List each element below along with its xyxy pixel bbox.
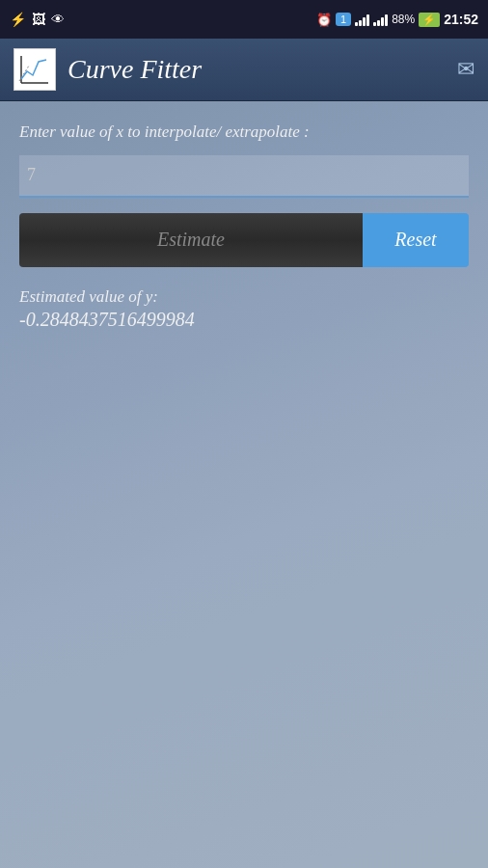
eye-icon: 👁 [51,12,65,27]
result-value: -0.2848437516499984 [19,309,469,331]
email-icon[interactable]: ✉ [457,57,474,82]
status-bar: ⚡ 🖼 👁 ⏰ 1 88% ⚡ 21:52 [0,0,488,39]
app-header: Curve Fitter ✉ [0,39,488,101]
app-header-left: Curve Fitter [14,48,202,91]
battery-icon: ⚡ [419,13,440,27]
time-display: 21:52 [444,12,478,27]
alarm-icon: ⏰ [316,13,332,27]
notification-badge: 1 [336,13,351,26]
signal-bars-2 [373,13,388,26]
signal-bars [355,13,369,26]
battery-percent: 88% [392,13,415,26]
chart-icon [17,52,52,87]
estimate-button[interactable]: Estimate [19,213,363,267]
result-container: Estimated value of y: -0.284843751649998… [19,285,469,332]
app-title: Curve Fitter [68,54,202,85]
result-label: Estimated value of y: [19,285,469,310]
x-value-input[interactable] [19,155,469,198]
usb-icon: ⚡ [10,12,26,27]
image-icon: 🖼 [32,12,45,27]
main-content: Enter value of x to interpolate/ extrapo… [0,101,488,350]
input-label: Enter value of x to interpolate/ extrapo… [19,121,469,144]
status-bar-right: ⏰ 1 88% ⚡ 21:52 [316,12,478,27]
app-icon [14,48,56,91]
reset-button[interactable]: Reset [363,213,469,267]
status-bar-left: ⚡ 🖼 👁 [10,12,65,27]
button-row: Estimate Reset [19,213,469,267]
